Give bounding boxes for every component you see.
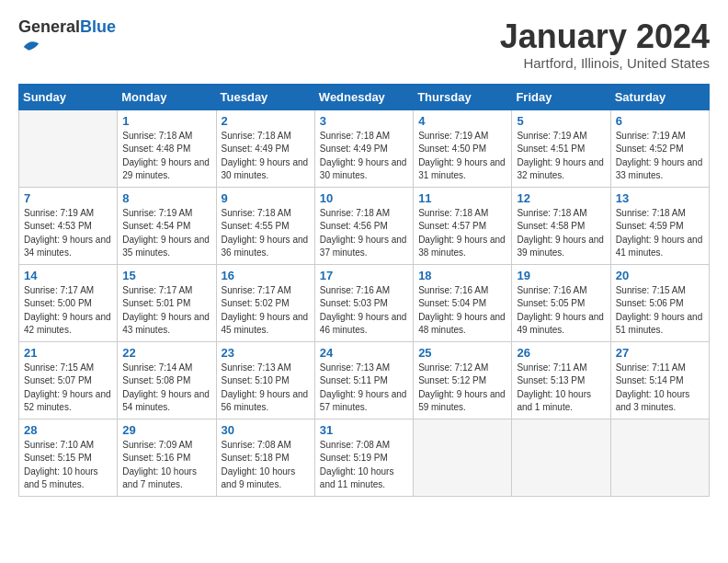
day-info: Sunrise: 7:18 AMSunset: 4:48 PMDaylight:… xyxy=(122,130,210,183)
calendar-cell: 27Sunrise: 7:11 AMSunset: 5:14 PMDayligh… xyxy=(610,341,709,419)
week-row-4: 21Sunrise: 7:15 AMSunset: 5:07 PMDayligh… xyxy=(19,341,710,419)
day-number: 15 xyxy=(122,269,210,282)
calendar-cell: 4Sunrise: 7:19 AMSunset: 4:50 PMDaylight… xyxy=(414,109,512,187)
weekday-header-saturday: Saturday xyxy=(610,84,709,109)
day-info: Sunrise: 7:18 AMSunset: 4:49 PMDaylight:… xyxy=(320,130,408,183)
day-info: Sunrise: 7:13 AMSunset: 5:11 PMDaylight:… xyxy=(320,362,408,415)
day-number: 20 xyxy=(616,269,704,282)
weekday-header-sunday: Sunday xyxy=(19,84,118,109)
day-info: Sunrise: 7:15 AMSunset: 5:06 PMDaylight:… xyxy=(616,284,704,338)
calendar-cell: 17Sunrise: 7:16 AMSunset: 5:03 PMDayligh… xyxy=(314,264,413,341)
day-number: 21 xyxy=(24,346,112,360)
calendar-cell: 7Sunrise: 7:19 AMSunset: 4:53 PMDaylight… xyxy=(19,187,118,264)
weekday-header-thursday: Thursday xyxy=(414,84,512,109)
calendar-cell: 8Sunrise: 7:19 AMSunset: 4:54 PMDaylight… xyxy=(118,187,216,264)
day-number: 14 xyxy=(24,269,112,282)
day-number: 25 xyxy=(418,346,506,360)
calendar-cell: 2Sunrise: 7:18 AMSunset: 4:49 PMDaylight… xyxy=(216,109,314,187)
calendar-cell xyxy=(610,419,709,496)
calendar-cell: 23Sunrise: 7:13 AMSunset: 5:10 PMDayligh… xyxy=(216,341,314,419)
calendar-cell: 3Sunrise: 7:18 AMSunset: 4:49 PMDaylight… xyxy=(314,109,413,187)
weekday-header-monday: Monday xyxy=(118,84,216,109)
day-number: 22 xyxy=(122,346,210,360)
day-number: 29 xyxy=(122,423,210,437)
day-number: 26 xyxy=(517,346,605,360)
day-number: 8 xyxy=(122,191,210,205)
day-number: 9 xyxy=(222,191,310,205)
calendar-cell: 20Sunrise: 7:15 AMSunset: 5:06 PMDayligh… xyxy=(610,264,709,341)
day-number: 12 xyxy=(517,191,605,205)
day-info: Sunrise: 7:19 AMSunset: 4:52 PMDaylight:… xyxy=(616,130,704,183)
page: GeneralBlue January 2024 Hartford, Illin… xyxy=(0,0,728,511)
day-info: Sunrise: 7:19 AMSunset: 4:54 PMDaylight:… xyxy=(122,207,210,260)
calendar-cell: 9Sunrise: 7:18 AMSunset: 4:55 PMDaylight… xyxy=(216,187,314,264)
day-number: 4 xyxy=(418,114,506,128)
calendar-cell: 1Sunrise: 7:18 AMSunset: 4:48 PMDaylight… xyxy=(118,109,216,187)
day-info: Sunrise: 7:17 AMSunset: 5:01 PMDaylight:… xyxy=(122,284,210,338)
day-info: Sunrise: 7:15 AMSunset: 5:07 PMDaylight:… xyxy=(24,362,112,415)
day-number: 18 xyxy=(418,269,506,282)
calendar-cell: 5Sunrise: 7:19 AMSunset: 4:51 PMDaylight… xyxy=(512,109,610,187)
day-number: 5 xyxy=(517,114,605,128)
weekday-header-row: SundayMondayTuesdayWednesdayThursdayFrid… xyxy=(19,84,710,109)
calendar-cell: 24Sunrise: 7:13 AMSunset: 5:11 PMDayligh… xyxy=(314,341,413,419)
day-number: 2 xyxy=(222,114,310,128)
day-info: Sunrise: 7:18 AMSunset: 4:49 PMDaylight:… xyxy=(222,130,310,183)
day-info: Sunrise: 7:18 AMSunset: 4:58 PMDaylight:… xyxy=(517,207,605,260)
day-info: Sunrise: 7:12 AMSunset: 5:12 PMDaylight:… xyxy=(418,362,506,415)
day-number: 19 xyxy=(517,269,605,282)
calendar-cell: 29Sunrise: 7:09 AMSunset: 5:16 PMDayligh… xyxy=(118,419,216,496)
day-info: Sunrise: 7:18 AMSunset: 4:59 PMDaylight:… xyxy=(616,207,704,260)
calendar-cell: 10Sunrise: 7:18 AMSunset: 4:56 PMDayligh… xyxy=(314,187,413,264)
calendar-cell: 21Sunrise: 7:15 AMSunset: 5:07 PMDayligh… xyxy=(19,341,118,419)
day-info: Sunrise: 7:16 AMSunset: 5:03 PMDaylight:… xyxy=(320,284,408,338)
calendar-title: January 2024 xyxy=(500,18,710,55)
calendar-cell: 28Sunrise: 7:10 AMSunset: 5:15 PMDayligh… xyxy=(19,419,118,496)
day-number: 3 xyxy=(320,114,408,128)
logo-blue: Blue xyxy=(80,17,116,36)
week-row-5: 28Sunrise: 7:10 AMSunset: 5:15 PMDayligh… xyxy=(19,419,710,496)
calendar-cell: 31Sunrise: 7:08 AMSunset: 5:19 PMDayligh… xyxy=(314,419,413,496)
day-info: Sunrise: 7:10 AMSunset: 5:15 PMDaylight:… xyxy=(24,439,112,492)
day-number: 23 xyxy=(222,346,310,360)
day-info: Sunrise: 7:19 AMSunset: 4:50 PMDaylight:… xyxy=(418,130,506,183)
weekday-header-friday: Friday xyxy=(512,84,610,109)
day-number: 30 xyxy=(222,423,310,437)
calendar-cell: 13Sunrise: 7:18 AMSunset: 4:59 PMDayligh… xyxy=(610,187,709,264)
day-info: Sunrise: 7:17 AMSunset: 5:02 PMDaylight:… xyxy=(222,284,310,338)
day-info: Sunrise: 7:13 AMSunset: 5:10 PMDaylight:… xyxy=(222,362,310,415)
calendar-cell: 19Sunrise: 7:16 AMSunset: 5:05 PMDayligh… xyxy=(512,264,610,341)
calendar-cell xyxy=(414,419,512,496)
day-info: Sunrise: 7:16 AMSunset: 5:04 PMDaylight:… xyxy=(418,284,506,338)
day-info: Sunrise: 7:16 AMSunset: 5:05 PMDaylight:… xyxy=(517,284,605,338)
day-info: Sunrise: 7:18 AMSunset: 4:56 PMDaylight:… xyxy=(320,207,408,260)
day-info: Sunrise: 7:18 AMSunset: 4:55 PMDaylight:… xyxy=(222,207,310,260)
logo-general: General xyxy=(18,17,80,36)
calendar-cell: 30Sunrise: 7:08 AMSunset: 5:18 PMDayligh… xyxy=(216,419,314,496)
day-number: 16 xyxy=(222,269,310,282)
calendar-cell: 18Sunrise: 7:16 AMSunset: 5:04 PMDayligh… xyxy=(414,264,512,341)
week-row-1: 1Sunrise: 7:18 AMSunset: 4:48 PMDaylight… xyxy=(19,109,710,187)
title-block: January 2024 Hartford, Illinois, United … xyxy=(500,18,710,71)
calendar-cell: 15Sunrise: 7:17 AMSunset: 5:01 PMDayligh… xyxy=(118,264,216,341)
logo: GeneralBlue xyxy=(18,18,116,61)
calendar-cell xyxy=(512,419,610,496)
calendar-cell xyxy=(19,109,118,187)
day-number: 27 xyxy=(616,346,704,360)
logo-icon xyxy=(20,37,40,57)
calendar-subtitle: Hartford, Illinois, United States xyxy=(500,55,710,71)
header: GeneralBlue January 2024 Hartford, Illin… xyxy=(18,18,710,71)
day-info: Sunrise: 7:18 AMSunset: 4:57 PMDaylight:… xyxy=(418,207,506,260)
day-info: Sunrise: 7:11 AMSunset: 5:13 PMDaylight:… xyxy=(517,362,605,415)
day-number: 6 xyxy=(616,114,704,128)
calendar-table: SundayMondayTuesdayWednesdayThursdayFrid… xyxy=(18,84,710,497)
week-row-2: 7Sunrise: 7:19 AMSunset: 4:53 PMDaylight… xyxy=(19,187,710,264)
calendar-cell: 22Sunrise: 7:14 AMSunset: 5:08 PMDayligh… xyxy=(118,341,216,419)
calendar-cell: 14Sunrise: 7:17 AMSunset: 5:00 PMDayligh… xyxy=(19,264,118,341)
day-number: 1 xyxy=(122,114,210,128)
calendar-cell: 25Sunrise: 7:12 AMSunset: 5:12 PMDayligh… xyxy=(414,341,512,419)
day-info: Sunrise: 7:19 AMSunset: 4:53 PMDaylight:… xyxy=(24,207,112,260)
day-number: 24 xyxy=(320,346,408,360)
week-row-3: 14Sunrise: 7:17 AMSunset: 5:00 PMDayligh… xyxy=(19,264,710,341)
day-info: Sunrise: 7:11 AMSunset: 5:14 PMDaylight:… xyxy=(616,362,704,415)
